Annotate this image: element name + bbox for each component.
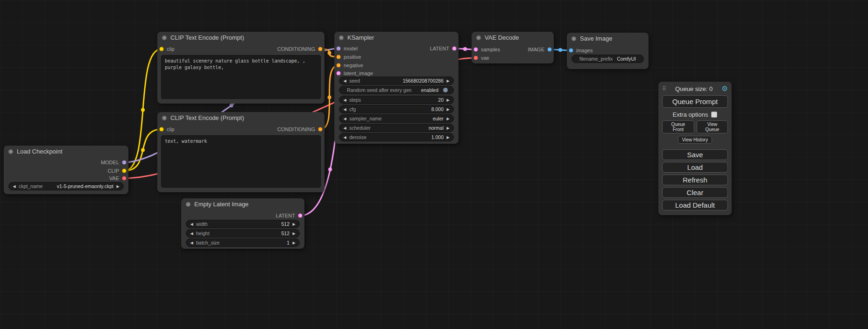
seed-widget[interactable]: ◀ seed 156680208700286 ▶ <box>339 77 454 85</box>
drag-handle-icon[interactable]: ⠿ <box>662 85 666 92</box>
increment-arrow-icon[interactable]: ▶ <box>445 98 451 102</box>
extra-options-checkbox[interactable] <box>711 112 717 118</box>
increment-arrow-icon[interactable]: ▶ <box>445 79 451 83</box>
collapse-dot-icon[interactable] <box>572 36 576 41</box>
collapse-dot-icon[interactable] <box>162 116 167 120</box>
collapse-dot-icon[interactable] <box>186 202 191 207</box>
samples-input-port[interactable] <box>473 47 478 52</box>
save-button[interactable]: Save <box>662 149 728 160</box>
input-row-clip: clip <box>159 46 175 52</box>
model-input-port[interactable] <box>336 46 341 51</box>
negative-input-port[interactable] <box>336 63 341 68</box>
node-empty-latent-image[interactable]: Empty Latent Image LATENT ◀ width 512 ▶ … <box>181 198 304 249</box>
decrement-arrow-icon[interactable]: ◀ <box>342 98 347 102</box>
node-clip-text-encode-negative[interactable]: CLIP Text Encode (Prompt) clip CONDITION… <box>157 112 325 192</box>
positive-input-port[interactable] <box>336 55 341 59</box>
images-input-port[interactable] <box>569 48 573 53</box>
node-save-image[interactable]: Save Image images filename_prefix ComfyU… <box>567 33 649 69</box>
image-output-port[interactable] <box>547 47 552 52</box>
clear-button[interactable]: Clear <box>662 187 728 198</box>
collapse-dot-icon[interactable] <box>8 149 13 154</box>
random-seed-toggle-widget[interactable]: Random seed after every gen enabled <box>339 86 454 94</box>
decrement-arrow-icon[interactable]: ◀ <box>12 184 17 189</box>
widget-value: normal <box>371 125 444 131</box>
negative-prompt-textarea[interactable]: text, watermark <box>161 135 321 188</box>
node-titlebar[interactable]: Load Checkpoint <box>4 146 128 157</box>
increment-arrow-icon[interactable]: ▶ <box>291 231 296 236</box>
queue-prompt-button[interactable]: Queue Prompt <box>662 95 728 108</box>
node-title: KSampler <box>347 34 374 41</box>
clip-input-port[interactable] <box>159 127 164 132</box>
widget-label: height <box>196 231 210 236</box>
node-vae-decode[interactable]: VAE Decode samples vae IMAGE <box>472 32 554 63</box>
settings-gear-icon[interactable]: ⚙ <box>722 84 728 93</box>
increment-arrow-icon[interactable]: ▶ <box>445 117 451 121</box>
increment-arrow-icon[interactable]: ▶ <box>291 241 296 245</box>
increment-arrow-icon[interactable]: ▶ <box>445 135 451 140</box>
latent-image-input-port[interactable] <box>336 71 341 76</box>
batch-size-widget[interactable]: ◀ batch_size 1 ▶ <box>186 238 300 247</box>
node-titlebar[interactable]: VAE Decode <box>472 32 554 43</box>
output-row-conditioning: CONDITIONING <box>277 46 323 52</box>
node-load-checkpoint[interactable]: Load Checkpoint MODEL CLIP VAE ◀ ckpt_na… <box>4 146 128 194</box>
decrement-arrow-icon[interactable]: ◀ <box>342 126 347 130</box>
widget-label: Random seed after every gen <box>347 87 411 93</box>
conditioning-output-port[interactable] <box>318 127 323 132</box>
ckpt-name-widget[interactable]: ◀ ckpt_name v1-5-pruned-emaonly.ckpt ▶ <box>8 182 124 190</box>
decrement-arrow-icon[interactable]: ◀ <box>189 241 194 245</box>
view-queue-button[interactable]: View Queue <box>697 120 728 133</box>
vae-output-port[interactable] <box>122 176 127 181</box>
filename-prefix-widget[interactable]: filename_prefix ComfyUI <box>572 55 644 63</box>
increment-arrow-icon[interactable]: ▶ <box>445 107 451 112</box>
clip-input-port[interactable] <box>159 47 164 51</box>
collapse-dot-icon[interactable] <box>476 35 481 40</box>
sampler-name-widget[interactable]: ◀ sampler_name euler ▶ <box>339 114 454 123</box>
decrement-arrow-icon[interactable]: ◀ <box>342 79 347 83</box>
graph-canvas[interactable]: { "colors": { "model": "#B39DDB", "clip"… <box>0 0 868 329</box>
decrement-arrow-icon[interactable]: ◀ <box>189 222 194 226</box>
refresh-button[interactable]: Refresh <box>662 175 728 185</box>
widget-label: cfg <box>349 106 356 112</box>
node-titlebar[interactable]: Empty Latent Image <box>181 198 304 210</box>
increment-arrow-icon[interactable]: ▶ <box>445 126 451 130</box>
node-titlebar[interactable]: CLIP Text Encode (Prompt) <box>157 32 325 43</box>
steps-widget[interactable]: ◀ steps 20 ▶ <box>339 96 454 104</box>
increment-arrow-icon[interactable]: ▶ <box>291 222 296 226</box>
denoise-widget[interactable]: ◀ denoise 1.000 ▶ <box>339 133 454 141</box>
vae-input-port[interactable] <box>473 56 478 60</box>
view-history-button[interactable]: View History <box>678 136 712 144</box>
node-titlebar[interactable]: Save Image <box>567 33 649 44</box>
wire-midpoint-dot <box>141 108 145 112</box>
increment-arrow-icon[interactable]: ▶ <box>115 184 120 189</box>
collapse-dot-icon[interactable] <box>162 35 167 40</box>
extra-options-row: Extra options <box>662 111 728 118</box>
port-label: model <box>344 46 358 51</box>
decrement-arrow-icon[interactable]: ◀ <box>342 135 347 140</box>
clip-output-port[interactable] <box>122 168 127 173</box>
width-widget[interactable]: ◀ width 512 ▶ <box>186 220 300 228</box>
decrement-arrow-icon[interactable]: ◀ <box>342 107 347 112</box>
model-output-port[interactable] <box>122 160 127 165</box>
cfg-widget[interactable]: ◀ cfg 8.000 ▶ <box>339 105 454 113</box>
load-button[interactable]: Load <box>662 162 728 173</box>
load-default-button[interactable]: Load Default <box>662 200 728 210</box>
latent-output-port[interactable] <box>452 46 457 51</box>
node-ksampler[interactable]: KSampler model positive negative latent_… <box>334 32 459 144</box>
decrement-arrow-icon[interactable]: ◀ <box>189 231 194 236</box>
conditioning-output-port[interactable] <box>318 47 323 51</box>
node-titlebar[interactable]: KSampler <box>334 32 459 43</box>
collapse-dot-icon[interactable] <box>339 35 344 40</box>
node-clip-text-encode-positive[interactable]: CLIP Text Encode (Prompt) clip CONDITION… <box>157 32 325 104</box>
positive-prompt-textarea[interactable]: beautiful scenery nature glass bottle la… <box>161 55 321 99</box>
output-row-image: IMAGE <box>528 46 552 53</box>
decrement-arrow-icon[interactable]: ◀ <box>342 117 347 121</box>
height-widget[interactable]: ◀ height 512 ▶ <box>186 229 300 238</box>
port-label: vae <box>481 55 489 61</box>
queue-front-button[interactable]: Queue Front <box>662 120 694 133</box>
node-titlebar[interactable]: CLIP Text Encode (Prompt) <box>157 112 325 124</box>
scheduler-widget[interactable]: ◀ scheduler normal ▶ <box>339 124 454 132</box>
latent-output-port[interactable] <box>298 213 303 218</box>
history-button-row: View History <box>662 136 728 144</box>
toggle-knob[interactable] <box>443 88 448 92</box>
wire-midpoint-dot <box>328 96 332 99</box>
